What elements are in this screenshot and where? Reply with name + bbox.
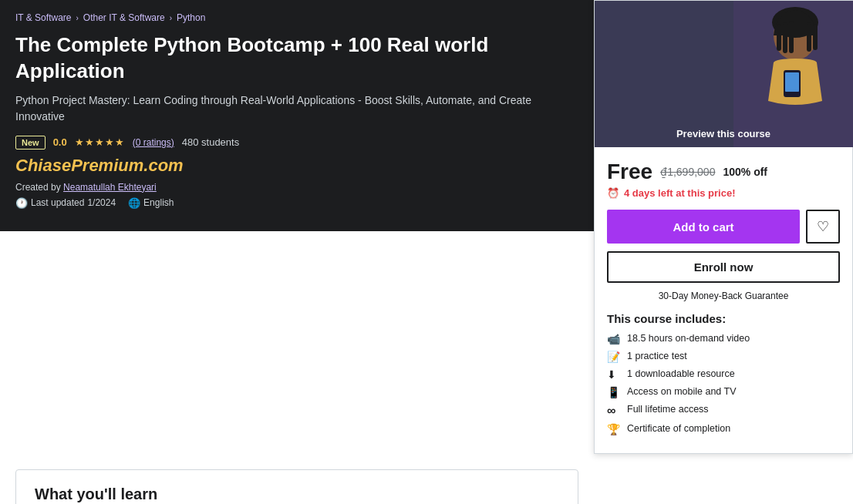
price-original: ₫1,699,000 <box>660 166 715 178</box>
breadcrumb-item-1[interactable]: IT & Software <box>15 12 71 23</box>
includes-text-2: 1 downloadable resource <box>627 368 735 379</box>
infinity-icon: ∞ <box>607 404 621 418</box>
last-updated-value: 1/2024 <box>87 197 116 208</box>
enroll-now-button[interactable]: Enroll now <box>607 251 840 283</box>
svg-rect-10 <box>785 72 799 92</box>
includes-item-1: 📝 1 practice test <box>607 351 840 363</box>
includes-item-5: 🏆 Certificate of completion <box>607 423 840 435</box>
clock-icon: 🕐 <box>15 197 28 209</box>
mobile-icon: 📱 <box>607 386 621 398</box>
svg-rect-4 <box>777 24 781 51</box>
urgency-text: 4 days left at this price! <box>624 187 736 199</box>
alarm-icon: ⏰ <box>607 187 619 199</box>
preview-thumbnail[interactable]: Preview this course <box>595 1 852 147</box>
main-content: What you'll learn ✓ Solid Python Foundat… <box>0 454 594 504</box>
svg-rect-8 <box>813 24 818 50</box>
last-updated: 🕐 Last updated 1/2024 <box>15 197 116 209</box>
breadcrumb-sep-2: › <box>170 14 172 22</box>
creator-row: Created by Neamatullah Ekhteyari <box>15 182 578 193</box>
students-count: 480 students <box>182 136 239 148</box>
wishlist-button[interactable]: ♡ <box>806 210 840 244</box>
download-icon: ⬇ <box>607 368 621 381</box>
add-to-cart-button[interactable]: Add to cart <box>607 210 800 244</box>
ratings-link[interactable]: (0 ratings) <box>133 137 174 148</box>
includes-item-3: 📱 Access on mobile and TV <box>607 386 840 398</box>
learn-title: What you'll learn <box>35 486 559 503</box>
star-icons: ★★★★★ <box>75 136 125 148</box>
breadcrumb-item-3[interactable]: Python <box>177 12 205 23</box>
money-back-guarantee: 30-Day Money-Back Guarantee <box>607 291 840 301</box>
includes-item-4: ∞ Full lifetime access <box>607 404 840 418</box>
card-body: Free ₫1,699,000 100% off ⏰ 4 days left a… <box>595 147 852 453</box>
price-free: Free <box>607 160 652 184</box>
creator-label: Created by <box>15 182 61 193</box>
includes-list: 📹 18.5 hours on-demand video 📝 1 practic… <box>607 333 840 435</box>
creator-link[interactable]: Neamatullah Ekhteyari <box>63 182 157 193</box>
breadcrumb: IT & Software › Other IT & Software › Py… <box>15 12 578 23</box>
discount-badge: 100% off <box>723 166 767 178</box>
heart-icon: ♡ <box>817 218 829 235</box>
globe-icon: 🌐 <box>128 197 140 209</box>
svg-rect-5 <box>783 22 787 53</box>
preview-label[interactable]: Preview this course <box>676 128 770 139</box>
thumbnail-bg <box>595 1 853 147</box>
learn-box: What you'll learn ✓ Solid Python Foundat… <box>15 469 578 504</box>
course-title: The Complete Python Bootcamp + 100 Real … <box>15 32 578 85</box>
breadcrumb-sep-1: › <box>76 14 78 22</box>
breadcrumb-item-2[interactable]: Other IT & Software <box>83 12 165 23</box>
includes-item-0: 📹 18.5 hours on-demand video <box>607 333 840 345</box>
includes-text-0: 18.5 hours on-demand video <box>627 333 750 344</box>
watermark: ChiasePremium.com <box>15 156 578 176</box>
meta-row: 🕐 Last updated 1/2024 🌐 English <box>15 197 578 209</box>
includes-item-2: ⬇ 1 downloadable resource <box>607 368 840 381</box>
includes-text-4: Full lifetime access <box>627 404 709 415</box>
cta-row: Add to cart ♡ <box>607 210 840 244</box>
includes-text-3: Access on mobile and TV <box>627 386 737 397</box>
includes-title: This course includes: <box>607 312 840 325</box>
certificate-icon: 🏆 <box>607 423 621 435</box>
course-card: Preview this course Free ₫1,699,000 100%… <box>594 0 853 454</box>
includes-text-1: 1 practice test <box>627 351 687 361</box>
rating-row: New 0.0 ★★★★★ (0 ratings) 480 students <box>15 136 578 150</box>
language: 🌐 English <box>128 197 174 209</box>
video-icon: 📹 <box>607 333 621 345</box>
course-subtitle: Python Project Mastery: Learn Coding thr… <box>15 92 578 125</box>
svg-rect-7 <box>807 22 811 52</box>
rating-score: 0.0 <box>53 136 67 148</box>
svg-rect-6 <box>789 21 794 53</box>
price-row: Free ₫1,699,000 100% off <box>607 160 840 184</box>
language-value: English <box>143 197 174 208</box>
course-header: IT & Software › Other IT & Software › Py… <box>0 0 594 231</box>
urgency-row: ⏰ 4 days left at this price! <box>607 187 840 199</box>
includes-text-5: Certificate of completion <box>627 423 730 434</box>
test-icon: 📝 <box>607 351 621 363</box>
new-badge: New <box>15 136 46 150</box>
last-updated-label: Last updated <box>31 197 84 208</box>
